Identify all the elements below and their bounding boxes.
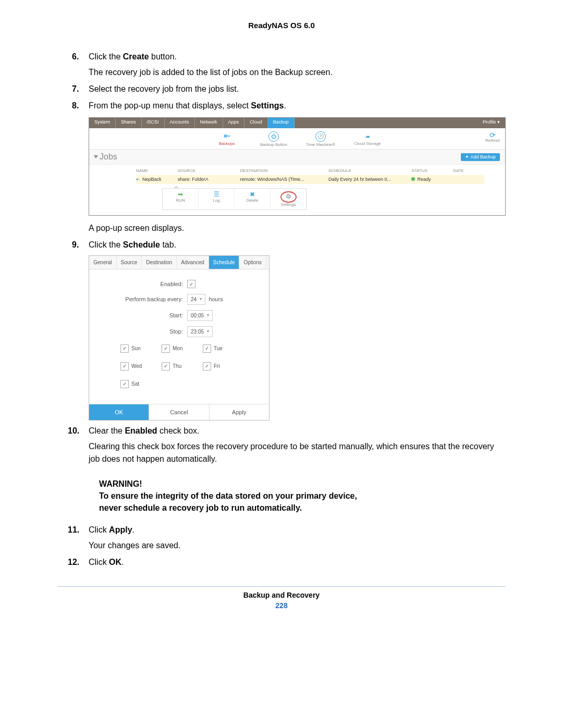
subnav-backup-button[interactable]: ⏻ Backup Button [258, 131, 289, 147]
tab-system[interactable]: System [89, 118, 116, 128]
profile-menu[interactable]: Profile ▾ [478, 118, 505, 128]
step-8-text-b: . [284, 101, 286, 110]
warning-line2: never schedule a recovery job to run aut… [99, 502, 357, 514]
step-8: 8. From the pop-up menu that displays, s… [89, 100, 506, 235]
day-fri[interactable]: ✓Fri [203, 362, 231, 371]
schedule-dialog: General Source Destination Advanced Sche… [89, 255, 270, 421]
stop-select[interactable]: 23:05▾ [187, 326, 213, 337]
start-select[interactable]: 00:05▾ [187, 310, 213, 321]
day-sat[interactable]: ✓Sat [120, 380, 149, 388]
chevron-down-icon: ▾ [207, 328, 209, 335]
tab-cloud[interactable]: Cloud [244, 118, 268, 128]
tab-apps[interactable]: Apps [223, 118, 245, 128]
dlg-tab-schedule[interactable]: Schedule [209, 256, 240, 269]
cloud-icon: ☁ [363, 131, 372, 141]
col-destination: DESTINATION [240, 169, 328, 173]
delete-button[interactable]: ✖Delete [235, 189, 271, 209]
check-icon: ✓ [162, 344, 170, 353]
table-row[interactable]: ⇤NepBack share: FolderA remote: Windows/… [136, 175, 484, 184]
step-8-after: A pop-up screen displays. [89, 222, 506, 235]
day-mon[interactable]: ✓Mon [162, 344, 190, 353]
job-icon: ⇤ [136, 177, 140, 182]
step-12-bold: OK [109, 558, 121, 566]
log-button[interactable]: ☰Log [199, 189, 235, 209]
tab-iscsi[interactable]: iSCSI [142, 118, 165, 128]
day-thu-label: Thu [173, 362, 181, 370]
check-icon: ✓ [120, 344, 129, 353]
step-9-bold: Schedule [123, 240, 160, 249]
col-name: NAME [136, 169, 178, 173]
step-6-text-a: Click the [89, 52, 123, 61]
add-backup-button[interactable]: ✦ Add Backup [461, 153, 500, 161]
row-source: share: FolderA [178, 177, 240, 182]
gear-icon: ⚙ [286, 193, 291, 200]
refresh-icon: ⟳ [485, 131, 500, 139]
day-wed-label: Wed [131, 362, 142, 370]
apply-button[interactable]: Apply [210, 404, 269, 421]
run-icon: ➡ [165, 191, 196, 198]
dlg-tab-general[interactable]: General [89, 256, 117, 269]
refresh-button[interactable]: ⟳ Refresh [485, 131, 500, 143]
check-icon: ✓ [162, 362, 170, 371]
step-7-text: Select the recovery job from the jobs li… [89, 84, 239, 93]
cancel-button[interactable]: Cancel [149, 404, 209, 421]
backup-subnav: ⇤ Backups ⏻ Backup Button 🕐 Time Machine… [89, 128, 505, 150]
dlg-tab-options[interactable]: Options [239, 256, 266, 269]
dlg-tab-advanced[interactable]: Advanced [177, 256, 209, 269]
job-action-popup: ➡RUN ☰Log ✖Delete ⚙Settings [162, 188, 307, 210]
jobs-table: NAME SOURCE DESTINATION SCHEDULE STATUS … [89, 165, 505, 215]
warning-title: WARNING! [99, 478, 357, 490]
enabled-checkbox[interactable]: ✓ [187, 280, 195, 288]
chevron-down-icon: ▾ [207, 312, 209, 318]
day-mon-label: Mon [173, 344, 182, 352]
day-sat-label: Sat [131, 380, 139, 388]
tab-network[interactable]: Network [195, 118, 223, 128]
row-status: Ready [417, 177, 431, 182]
step-11-bold: Apply [109, 525, 132, 534]
col-status: STATUS [411, 169, 453, 173]
every-select[interactable]: 24▾ [187, 294, 205, 305]
backups-icon: ⇤ [222, 131, 231, 141]
subnav-cloud-storage-label: Cloud Storage [352, 142, 383, 146]
day-tue[interactable]: ✓Tue [203, 344, 231, 353]
subnav-time-machine[interactable]: 🕐 Time Machine® [305, 131, 336, 147]
step-12-text-a: Click [89, 558, 109, 566]
stop-value: 23:05 [191, 328, 204, 336]
run-button[interactable]: ➡RUN [163, 189, 199, 209]
day-wed[interactable]: ✓Wed [120, 362, 149, 371]
ok-button[interactable]: OK [89, 404, 149, 421]
step-10-text-a: Clear the [89, 426, 125, 435]
log-label: Log [213, 198, 219, 203]
row-name: NepBack [142, 177, 162, 182]
tab-backup[interactable]: Backup [268, 118, 295, 128]
warning-block: ! WARNING! To ensure the integrity of th… [89, 478, 506, 514]
col-schedule: SCHEDULE [328, 169, 412, 173]
settings-highlight: ⚙ [280, 191, 297, 203]
dlg-tab-source[interactable]: Source [117, 256, 142, 269]
tab-shares[interactable]: Shares [116, 118, 142, 128]
step-10: 10. Clear the Enabled check box. Clearin… [89, 425, 506, 465]
page-number: 228 [57, 601, 506, 610]
tab-accounts[interactable]: Accounts [165, 118, 195, 128]
collapse-icon[interactable] [94, 155, 98, 158]
footer-section: Backup and Recovery [57, 591, 506, 599]
step-11-sub: Your changes are saved. [89, 539, 506, 552]
settings-button[interactable]: ⚙Settings [271, 189, 306, 209]
subnav-cloud-storage[interactable]: ☁ Cloud Storage [352, 131, 383, 147]
delete-label: Delete [246, 198, 258, 203]
day-fri-label: Fri [214, 362, 220, 370]
dlg-tab-destination[interactable]: Destination [142, 256, 177, 269]
row-destination: remote: Windows/NAS (Time... [240, 177, 328, 182]
subnav-backups-label: Backups [211, 142, 242, 146]
footer-rule [57, 586, 506, 587]
step-9-text-b: tab. [160, 240, 176, 249]
start-label: Start: [100, 311, 187, 320]
subnav-backups[interactable]: ⇤ Backups [211, 131, 242, 147]
dialog-tabs: General Source Destination Advanced Sche… [89, 256, 269, 269]
step-9: 9. Click the Schedule tab. General Sourc… [89, 239, 506, 421]
day-sun[interactable]: ✓Sun [120, 344, 149, 353]
day-thu[interactable]: ✓Thu [162, 362, 190, 371]
step-9-text-a: Click the [89, 240, 123, 249]
every-value: 24 [191, 295, 197, 303]
enabled-label: Enabled: [100, 280, 187, 289]
